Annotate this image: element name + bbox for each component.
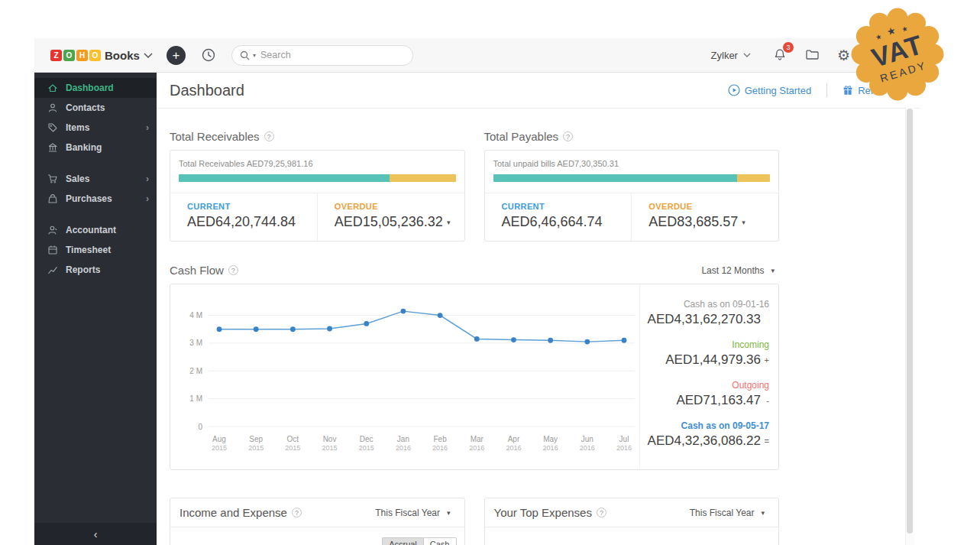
sidebar-item-dashboard[interactable]: Dashboard xyxy=(34,78,157,98)
current-label: CURRENT xyxy=(502,202,632,211)
help-icon[interactable]: ? xyxy=(563,131,573,141)
user-name: Zylker xyxy=(711,50,738,61)
getting-started-link[interactable]: Getting Started xyxy=(723,83,816,97)
section-title: Cash Flow ? xyxy=(170,264,238,277)
section-title-label: Total Payables xyxy=(484,130,559,143)
recent-history-button[interactable] xyxy=(200,47,217,63)
cashflow-range-dropdown[interactable]: Last 12 Months ▾ xyxy=(697,264,779,277)
cashflow-card: 01 M2 M3 M4 MAug2015Sep2015Oct2015Nov201… xyxy=(170,284,779,470)
caret-down-icon: ▾ xyxy=(447,219,451,226)
sidebar-item-label: Timesheet xyxy=(66,245,111,255)
svg-text:2015: 2015 xyxy=(322,444,338,452)
payables-overdue-dropdown[interactable]: OVERDUE AED83,685.57▾ xyxy=(631,193,778,241)
sidebar-item-accountant[interactable]: Accountant xyxy=(34,220,157,240)
svg-text:Mar: Mar xyxy=(471,435,484,443)
svg-text:Jan: Jan xyxy=(397,435,409,443)
svg-text:Feb: Feb xyxy=(433,435,447,443)
topbar-tools: + ▾ xyxy=(157,45,413,66)
scrollbar-thumb[interactable] xyxy=(907,109,913,534)
sidebar-item-label: Banking xyxy=(66,142,102,153)
overdue-amount: AED15,05,236.32▾ xyxy=(335,214,464,230)
cash-closing-amount: AED4,32,36,086.22= xyxy=(640,433,769,449)
notification-count-badge: 3 xyxy=(783,42,794,53)
sidebar-collapse-button[interactable]: ‹ xyxy=(34,523,157,545)
accountant-person-icon xyxy=(47,225,58,235)
cash-opening-amount: AED4,31,62,270.33 xyxy=(640,312,769,327)
sidebar-item-purchases[interactable]: Purchases › xyxy=(34,189,157,209)
chevron-right-icon: › xyxy=(146,174,149,183)
cart-icon xyxy=(47,174,58,184)
current-label: CURRENT xyxy=(187,202,317,211)
cash-toggle-button[interactable]: Cash xyxy=(423,537,457,545)
svg-text:Jun: Jun xyxy=(581,435,593,443)
bar-current-segment xyxy=(179,174,390,182)
income-expense-header: Income and Expense ? This Fiscal Year ▾ xyxy=(170,498,464,527)
section-title-label: Cash Flow xyxy=(170,264,224,277)
svg-text:2015: 2015 xyxy=(248,444,264,452)
cash-closing-label: Cash as on 09-05-17 xyxy=(640,420,769,431)
sidebar-item-label: Items xyxy=(66,122,89,133)
svg-text:4 M: 4 M xyxy=(189,311,202,320)
income-expense-card: Income and Expense ? This Fiscal Year ▾ … xyxy=(170,498,465,545)
org-user-menu[interactable]: Zylker xyxy=(707,49,755,62)
documents-button[interactable] xyxy=(804,47,820,63)
header-links-divider xyxy=(826,83,827,97)
svg-text:Aug: Aug xyxy=(212,435,226,443)
app-window: Z O H O Books + ▾ xyxy=(34,38,920,545)
sidebar-item-sales[interactable]: Sales › xyxy=(34,169,157,189)
svg-text:Apr: Apr xyxy=(508,435,520,443)
bar-current-segment xyxy=(493,174,737,182)
payables-bar-block: Total unpaid bills AED7,30,350.31 xyxy=(485,151,779,193)
chevron-right-icon: › xyxy=(146,123,149,132)
quick-add-button[interactable]: + xyxy=(167,46,186,65)
search-icon xyxy=(240,50,250,60)
search-input[interactable] xyxy=(259,49,405,61)
svg-text:2016: 2016 xyxy=(543,444,558,452)
svg-text:2 M: 2 M xyxy=(189,367,202,375)
cashflow-summary-panel: Cash as on 09-01-16 AED4,31,62,270.33 In… xyxy=(639,284,778,469)
total-payables-card: Total unpaid bills AED7,30,350.31 CURREN… xyxy=(484,150,780,242)
product-name: Books xyxy=(105,49,140,62)
sidebar-item-items[interactable]: Items › xyxy=(34,118,157,138)
sidebar-item-timesheet[interactable]: Timesheet xyxy=(34,240,157,260)
summary-cards-row: Total Receivables ? Total Receivables AE… xyxy=(170,130,779,242)
top-expenses-card: Your Top Expenses ? This Fiscal Year ▾ xyxy=(484,498,780,545)
svg-text:Oct: Oct xyxy=(287,435,299,443)
sidebar-item-label: Reports xyxy=(66,264,100,275)
org-chevron-down-icon xyxy=(144,53,153,58)
sidebar-item-reports[interactable]: Reports xyxy=(34,260,157,280)
help-icon[interactable]: ? xyxy=(292,508,302,517)
total-receivables-section: Total Receivables ? Total Receivables AE… xyxy=(170,130,465,242)
top-expenses-range-dropdown[interactable]: This Fiscal Year ▾ xyxy=(685,507,769,519)
receivables-bar-block: Total Receivables AED79,25,981.16 xyxy=(170,151,464,193)
sidebar-item-banking[interactable]: Banking xyxy=(34,138,157,157)
sidebar-item-label: Accountant xyxy=(66,225,116,235)
logo-tile: O xyxy=(63,50,75,61)
help-icon[interactable]: ? xyxy=(597,508,606,517)
zoho-books-logo[interactable]: Z O H O Books xyxy=(34,49,157,62)
caret-down-icon: ▾ xyxy=(742,219,746,226)
bar-overdue-segment xyxy=(390,174,456,182)
bank-icon xyxy=(47,142,58,153)
outgoing-amount: AED71,163.47- xyxy=(640,393,769,408)
incoming-amount: AED1,44,979.36+ xyxy=(640,352,769,368)
sidebar-item-label: Sales xyxy=(66,174,89,184)
cashflow-header: Cash Flow ? Last 12 Months ▾ xyxy=(170,264,779,277)
svg-text:2015: 2015 xyxy=(212,444,227,452)
sidebar-item-contacts[interactable]: Contacts xyxy=(34,98,157,118)
help-icon[interactable]: ? xyxy=(228,265,238,275)
total-payables-section: Total Payables ? Total unpaid bills AED7… xyxy=(484,130,780,242)
svg-text:Nov: Nov xyxy=(323,435,337,443)
payables-progress-bar xyxy=(493,174,771,182)
income-expense-range-dropdown[interactable]: This Fiscal Year ▾ xyxy=(370,507,454,519)
accrual-toggle-button[interactable]: Accrual xyxy=(382,537,423,545)
help-icon[interactable]: ? xyxy=(264,131,274,141)
receivables-overdue-dropdown[interactable]: OVERDUE AED15,05,236.32▾ xyxy=(317,193,464,241)
section-title-label: Total Receivables xyxy=(170,130,260,143)
notifications-button[interactable]: 3 xyxy=(772,47,788,63)
plus-operator-glyph: + xyxy=(762,355,769,365)
logo-tile: Z xyxy=(50,50,62,61)
search-scope-caret-icon[interactable]: ▾ xyxy=(253,52,256,59)
search-box[interactable]: ▾ xyxy=(231,45,413,66)
svg-text:Sep: Sep xyxy=(249,435,263,443)
